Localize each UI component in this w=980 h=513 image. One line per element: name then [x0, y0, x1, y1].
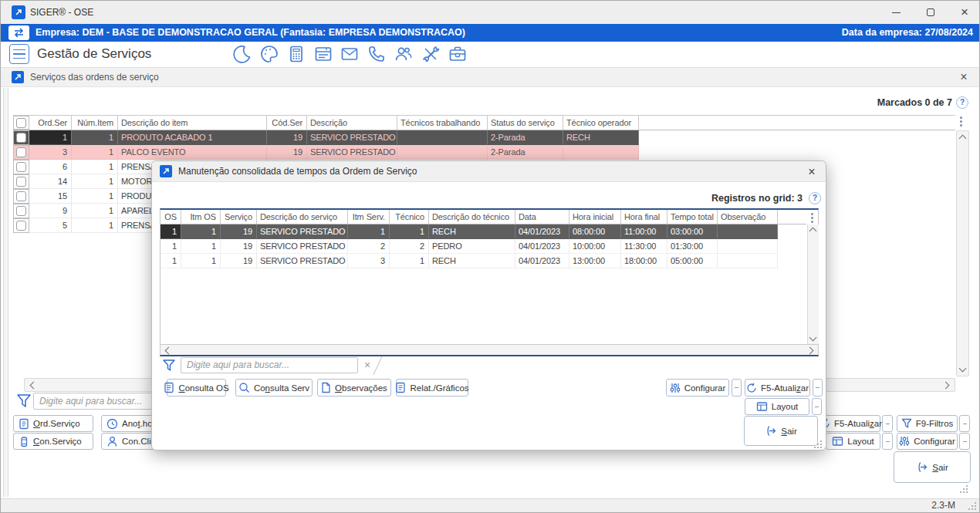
- filter-icon[interactable]: [16, 393, 32, 409]
- col-ord-ser[interactable]: Ord.Ser: [29, 116, 72, 130]
- phone-icon[interactable]: [367, 44, 387, 64]
- clear-search-icon[interactable]: ×: [361, 359, 373, 371]
- grid-options-icon[interactable]: [960, 116, 962, 119]
- dialog-window: Manutenção consolidada de tempos da Orde…: [151, 160, 826, 451]
- col-operador[interactable]: Técnico operador: [563, 116, 639, 130]
- row-checkbox[interactable]: [13, 204, 29, 218]
- consulta-os-button[interactable]: Consulta OS: [167, 379, 226, 397]
- vertical-scrollbar[interactable]: [956, 130, 969, 376]
- col-cod-ser[interactable]: Cód.Ser: [267, 116, 307, 130]
- search-input[interactable]: Digite aqui para buscar...: [181, 357, 358, 373]
- f5-atualizar-button[interactable]: F5-Atualizar: [745, 379, 810, 397]
- resize-grip[interactable]: [960, 485, 968, 493]
- help-icon[interactable]: ?: [809, 192, 821, 204]
- row-checkbox[interactable]: [13, 130, 29, 145]
- users-icon[interactable]: [394, 44, 414, 64]
- menu-icon[interactable]: [9, 44, 29, 64]
- observacoes-button[interactable]: Observações: [317, 379, 391, 397]
- dialog-resize-grip[interactable]: [814, 440, 822, 448]
- dialog-close-icon[interactable]: ×: [800, 161, 823, 182]
- f9-dropdown[interactable]: [959, 415, 970, 432]
- col-descricao[interactable]: Descrição: [307, 116, 397, 130]
- help-icon[interactable]: ?: [956, 96, 968, 109]
- subwindow-title: Serviços das ordens de serviço: [30, 67, 159, 87]
- sair-button[interactable]: Sair: [744, 416, 818, 446]
- table-row[interactable]: 3 1 PALCO EVENTO 19 SERVICO PRESTADO 2-P…: [13, 145, 955, 160]
- col-tempo-total[interactable]: Tempo total: [667, 210, 718, 224]
- form-icon[interactable]: [313, 44, 333, 64]
- row-checkbox[interactable]: [13, 189, 29, 204]
- table-row[interactable]: 1 1 PRODUTO ACABADO 1 19 SERVICO PRESTAD…: [13, 130, 955, 145]
- company-switch-icon[interactable]: [8, 25, 29, 40]
- ord-servico-button[interactable]: Ord.Serviço: [13, 415, 93, 432]
- row-checkbox[interactable]: [13, 160, 29, 174]
- sair-button[interactable]: Sair: [894, 451, 971, 483]
- row-checkbox[interactable]: [13, 174, 29, 189]
- f5-dropdown[interactable]: [882, 415, 893, 432]
- app-icon: [12, 5, 25, 19]
- version-label: 2.3-M: [931, 498, 955, 513]
- main-grid-header: Ord.Ser Núm.Item Descrição do item Cód.S…: [13, 115, 955, 130]
- relat-graficos-button[interactable]: Relat./Gráficos: [396, 379, 468, 397]
- report-icon: [395, 382, 406, 393]
- horizontal-scrollbar[interactable]: [160, 344, 819, 356]
- col-tecnicos[interactable]: Técnicos trabalhando: [397, 116, 488, 130]
- col-os[interactable]: OS: [161, 210, 181, 224]
- mail-icon[interactable]: [340, 44, 360, 64]
- vertical-scrollbar[interactable]: [807, 224, 819, 344]
- col-desc-item[interactable]: Descrição do item: [118, 116, 267, 130]
- dialog-grid: OS Itm OS Serviço Descrição do serviço I…: [160, 208, 819, 344]
- table-row[interactable]: 1 1 19 SERVICO PRESTADO 3 1 RECH 04/01/2…: [161, 254, 806, 268]
- col-servico[interactable]: Serviço: [221, 210, 257, 224]
- col-itm-serv[interactable]: Itm Serv.: [348, 210, 390, 224]
- briefcase-icon[interactable]: [448, 44, 468, 64]
- col-tecnico[interactable]: Técnico: [390, 210, 429, 224]
- configurar-button[interactable]: Configurar: [666, 379, 729, 397]
- table-row[interactable]: 1 1 19 SERVICO PRESTADO 1 1 RECH 04/01/2…: [161, 224, 806, 239]
- palette-icon[interactable]: [259, 44, 279, 64]
- layout-dropdown[interactable]: [812, 398, 822, 415]
- minimize-button[interactable]: [879, 1, 913, 24]
- f5-atualizar-button[interactable]: F5-Atualizar: [821, 415, 880, 432]
- status-bar: [1, 498, 979, 513]
- f9-filtros-button[interactable]: F9-Filtros: [897, 415, 958, 432]
- col-itm-os[interactable]: Itm OS: [181, 210, 221, 224]
- dialog-title: Manutenção consolidada de tempos da Orde…: [178, 161, 417, 182]
- table-row[interactable]: 1 1 19 SERVICO PRESTADO 2 2 PEDRO 04/01/…: [161, 239, 806, 254]
- col-data[interactable]: Data: [515, 210, 569, 224]
- company-date: Data da empresa: 27/08/2024: [842, 24, 973, 42]
- funnel-icon: [901, 418, 912, 429]
- grid-options-icon[interactable]: [811, 213, 813, 215]
- exit-icon: [916, 461, 928, 473]
- col-hora-inicial[interactable]: Hora inicial: [569, 210, 621, 224]
- layout-button[interactable]: Layout: [745, 398, 809, 415]
- select-all-checkbox[interactable]: [13, 116, 29, 130]
- configurar-dropdown[interactable]: [959, 433, 970, 450]
- col-num-item[interactable]: Núm.Item: [72, 116, 118, 130]
- col-status[interactable]: Status do serviço: [488, 116, 563, 130]
- document-icon: [164, 382, 174, 393]
- row-checkbox[interactable]: [13, 145, 29, 160]
- consulta-serv-button[interactable]: Consulta Serv: [235, 379, 313, 397]
- col-desc-servico[interactable]: Descrição do serviço: [257, 210, 348, 224]
- configurar-dropdown[interactable]: [732, 379, 742, 397]
- col-observacao[interactable]: Observação: [718, 210, 778, 224]
- tools-icon[interactable]: [421, 44, 441, 64]
- row-checkbox[interactable]: [13, 218, 29, 233]
- company-name: Empresa: DEM - BASE DE DEMONSTRACAO GERA…: [35, 24, 465, 42]
- filter-icon[interactable]: [162, 359, 176, 373]
- col-desc-tecnico[interactable]: Descrição do técnico: [429, 210, 515, 224]
- moon-icon[interactable]: [232, 44, 252, 64]
- window-resize-grip[interactable]: [968, 502, 976, 510]
- configurar-button[interactable]: Configurar: [897, 433, 958, 450]
- close-button[interactable]: ×: [948, 1, 980, 24]
- layout-button[interactable]: Layout: [826, 433, 880, 450]
- con-servico-button[interactable]: Con.Serviço: [13, 433, 93, 450]
- layout-dropdown[interactable]: [882, 433, 893, 450]
- maximize-button[interactable]: [914, 1, 948, 24]
- left-scrollbar-track[interactable]: [3, 88, 8, 497]
- calculator-icon[interactable]: [286, 44, 306, 64]
- f5-dropdown[interactable]: [813, 379, 823, 397]
- col-hora-final[interactable]: Hora final: [621, 210, 667, 224]
- subwindow-close-icon[interactable]: ×: [953, 67, 975, 87]
